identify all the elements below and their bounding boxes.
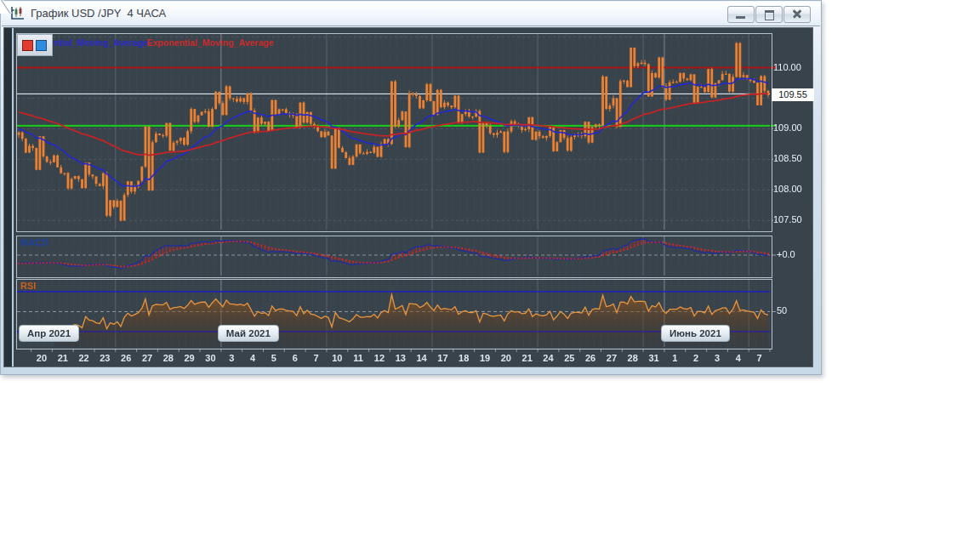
price-axis-label: 110.00 <box>773 62 812 72</box>
x-axis-day-label: 7 <box>313 353 318 363</box>
x-axis-day-label: 1 <box>672 353 677 363</box>
month-label-apr[interactable]: Апр 2021 <box>19 325 79 342</box>
legend-swatch-box[interactable] <box>17 34 53 56</box>
x-axis-day-label: 2 <box>693 353 698 363</box>
x-axis-day-label: 31 <box>648 353 658 363</box>
x-axis-day-label: 25 <box>564 353 574 363</box>
x-axis-day-label: 19 <box>480 353 490 363</box>
month-label-jun[interactable]: Июнь 2021 <box>661 325 730 342</box>
x-axis-day-label: 6 <box>293 353 298 363</box>
x-axis-day-label: 10 <box>332 353 342 363</box>
x-axis-day-label: 29 <box>185 353 195 363</box>
rsi-label: RSI <box>20 281 36 291</box>
x-axis-day-label: 21 <box>522 353 533 363</box>
x-axis-day-label: 28 <box>163 353 174 363</box>
macd-label: MACD <box>20 237 48 247</box>
price-axis-label: 108.50 <box>773 153 812 163</box>
background-window-edge <box>0 0 14 14</box>
x-axis-day-label: 17 <box>437 353 447 363</box>
close-button[interactable] <box>783 6 811 23</box>
x-axis-day-label: 5 <box>271 353 276 363</box>
x-axis-day-label: 27 <box>607 353 617 363</box>
chart-window: График USD /JPY 4 ЧАСА Exponential_Movin… <box>0 0 822 375</box>
x-axis-day-label: 7 <box>757 353 762 363</box>
month-label-may[interactable]: Май 2021 <box>218 325 279 342</box>
x-axis-day-label: 12 <box>374 353 385 363</box>
x-axis-day-label: 20 <box>37 353 47 363</box>
x-axis-day-label: 30 <box>205 353 215 363</box>
x-axis-day-label: 3 <box>229 353 234 363</box>
main-price-panel-border <box>16 33 772 232</box>
x-axis-day-label: 23 <box>100 353 110 363</box>
date-axis: 2021222326272829303456710111213141718192… <box>4 353 814 366</box>
current-price-badge: 109.55 <box>772 88 814 101</box>
minimize-button[interactable] <box>727 6 755 23</box>
x-axis-day-label: 14 <box>416 353 426 363</box>
legend-ema-red-label: Exponential_Moving_Average <box>147 37 274 48</box>
blue-swatch-icon <box>36 40 47 51</box>
x-axis-day-label: 26 <box>121 353 131 363</box>
restore-icon <box>765 10 774 20</box>
x-axis-day-label: 22 <box>78 353 88 363</box>
macd-panel-border <box>16 236 772 278</box>
x-axis-day-label: 24 <box>543 353 553 363</box>
rsi-mid-label: 50 <box>777 305 787 315</box>
x-axis-day-label: 18 <box>459 353 469 363</box>
x-axis-day-label: 20 <box>501 353 511 363</box>
macd-zero-label: +0.0 <box>777 249 795 259</box>
price-axis-label: 109.00 <box>773 122 812 133</box>
x-axis-day-label: 21 <box>58 353 68 363</box>
chart-client-area: Exponential_Moving_Average Exponential_M… <box>3 27 813 367</box>
restore-button[interactable] <box>755 6 783 23</box>
x-axis-day-label: 13 <box>396 353 406 363</box>
rsi-panel-border <box>16 279 772 349</box>
x-axis-day-label: 4 <box>250 353 255 363</box>
price-axis-label: 108.00 <box>773 184 812 194</box>
x-axis-day-label: 26 <box>585 353 595 363</box>
window-title: График USD /JPY 4 ЧАСА <box>31 7 166 20</box>
x-axis-day-label: 3 <box>715 353 720 363</box>
x-axis-day-label: 27 <box>142 353 152 363</box>
minimize-icon <box>736 16 745 19</box>
x-axis-day-label: 4 <box>736 353 741 363</box>
x-axis-day-label: 28 <box>628 353 638 363</box>
x-axis-day-label: 11 <box>353 353 363 363</box>
price-axis-label: 107.50 <box>773 214 812 224</box>
red-swatch-icon <box>22 40 33 51</box>
window-titlebar[interactable]: График USD /JPY 4 ЧАСА <box>2 2 820 26</box>
